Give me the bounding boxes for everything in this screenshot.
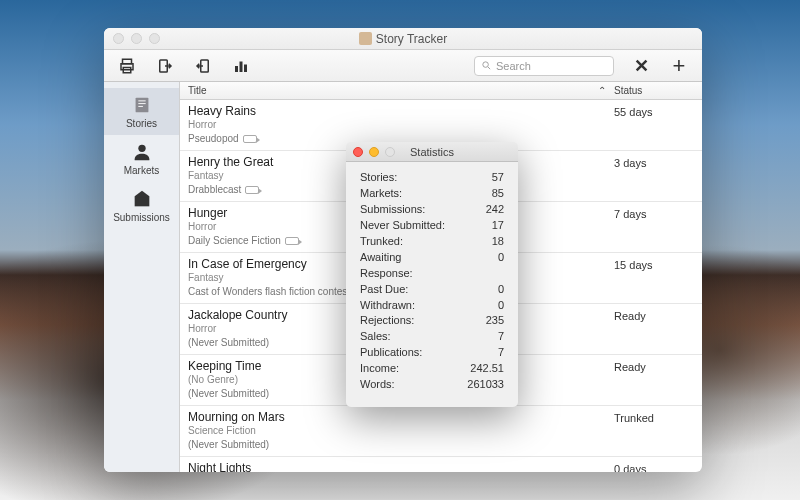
stat-label: Rejections:: [360, 313, 414, 329]
search-input[interactable]: Search: [474, 56, 614, 76]
stat-value: 0: [454, 282, 504, 298]
story-genre: Horror: [188, 119, 614, 130]
stat-label: Never Submitted:: [360, 218, 445, 234]
stat-value: 7: [454, 345, 504, 361]
tag-icon: [243, 135, 257, 143]
table-row[interactable]: Night Lights SF / Horror Pseudopod 0 day…: [180, 457, 702, 472]
stat-value: 57: [454, 170, 504, 186]
svg-point-13: [138, 145, 145, 152]
stats-close-dot[interactable]: [353, 147, 363, 157]
stat-label: Trunked:: [360, 234, 403, 250]
clear-button[interactable]: ✕: [630, 55, 652, 77]
stat-row: Awaiting Response:0: [360, 250, 504, 282]
stat-value: 0: [454, 298, 504, 314]
stat-row: Trunked:18: [360, 234, 504, 250]
story-status: 55 days: [614, 104, 694, 144]
stat-value: 261033: [454, 377, 504, 393]
export-button[interactable]: [154, 55, 176, 77]
stat-row: Submissions:242: [360, 202, 504, 218]
stat-row: Stories:57: [360, 170, 504, 186]
story-status: 0 days: [614, 461, 694, 472]
stat-row: Sales:7: [360, 329, 504, 345]
svg-rect-14: [134, 197, 149, 206]
sidebar-item-submissions[interactable]: Submissions: [104, 182, 179, 229]
story-market: (Never Submitted): [188, 439, 614, 450]
sidebar-item-label: Submissions: [113, 212, 170, 223]
add-button[interactable]: +: [668, 55, 690, 77]
import-button[interactable]: [192, 55, 214, 77]
stat-value: 18: [454, 234, 504, 250]
window-title-text: Story Tracker: [376, 32, 447, 46]
stat-label: Past Due:: [360, 282, 408, 298]
tag-icon: [245, 186, 259, 194]
stat-label: Withdrawn:: [360, 298, 415, 314]
stat-row: Income:242.51: [360, 361, 504, 377]
stats-minimize-dot[interactable]: [369, 147, 379, 157]
markets-icon: [131, 141, 153, 163]
minimize-dot[interactable]: [131, 33, 142, 44]
column-header[interactable]: Title ⌃ Status: [180, 82, 702, 100]
svg-rect-5: [235, 66, 238, 72]
svg-rect-12: [138, 106, 143, 107]
story-genre: Science Fiction: [188, 425, 614, 436]
stat-row: Markets:85: [360, 186, 504, 202]
sidebar-item-label: Markets: [124, 165, 160, 176]
svg-point-8: [483, 62, 489, 68]
svg-rect-10: [138, 100, 145, 101]
stat-label: Sales:: [360, 329, 391, 345]
svg-rect-6: [240, 61, 243, 72]
print-button[interactable]: [116, 55, 138, 77]
zoom-dot[interactable]: [149, 33, 160, 44]
search-placeholder: Search: [496, 60, 531, 72]
stat-label: Submissions:: [360, 202, 425, 218]
stat-value: 17: [454, 218, 504, 234]
stat-row: Withdrawn:0: [360, 298, 504, 314]
stat-label: Markets:: [360, 186, 402, 202]
table-row[interactable]: Mourning on Mars Science Fiction (Never …: [180, 406, 702, 457]
story-title: Mourning on Mars: [188, 410, 614, 424]
stat-row: Publications:7: [360, 345, 504, 361]
titlebar[interactable]: Story Tracker: [104, 28, 702, 50]
traffic-lights: [104, 33, 160, 44]
story-status: 15 days: [614, 257, 694, 297]
stat-value: 235: [454, 313, 504, 329]
sidebar-item-stories[interactable]: Stories: [104, 88, 179, 135]
stats-button[interactable]: [230, 55, 252, 77]
sidebar-item-label: Stories: [126, 118, 157, 129]
sort-indicator: ⌃: [598, 85, 606, 96]
stats-titlebar[interactable]: Statistics: [346, 142, 518, 162]
story-status: 7 days: [614, 206, 694, 246]
tag-icon: [285, 237, 299, 245]
stat-label: Words:: [360, 377, 395, 393]
title-column-label: Title: [188, 85, 207, 96]
svg-rect-9: [135, 98, 148, 113]
stat-row: Never Submitted:17: [360, 218, 504, 234]
sidebar: Stories Markets Submissions: [104, 82, 180, 472]
stat-label: Awaiting Response:: [360, 250, 454, 282]
story-status: 3 days: [614, 155, 694, 195]
toolbar: Search ✕ +: [104, 50, 702, 82]
stat-label: Stories:: [360, 170, 397, 186]
search-icon: [481, 60, 492, 71]
window-title: Story Tracker: [104, 32, 702, 46]
svg-rect-11: [138, 103, 145, 104]
stats-body: Stories:57Markets:85Submissions:242Never…: [346, 162, 518, 407]
close-dot[interactable]: [113, 33, 124, 44]
stat-value: 0: [454, 250, 504, 282]
story-title: Heavy Rains: [188, 104, 614, 118]
stat-value: 242: [454, 202, 504, 218]
sidebar-item-markets[interactable]: Markets: [104, 135, 179, 182]
stat-value: 7: [454, 329, 504, 345]
submissions-icon: [131, 188, 153, 210]
story-title: Night Lights: [188, 461, 614, 472]
stories-icon: [131, 94, 153, 116]
story-status: Ready: [614, 308, 694, 348]
statistics-window: Statistics Stories:57Markets:85Submissio…: [346, 142, 518, 407]
stat-row: Words:261033: [360, 377, 504, 393]
story-status: Trunked: [614, 410, 694, 450]
stat-value: 242.51: [454, 361, 504, 377]
stat-row: Rejections:235: [360, 313, 504, 329]
stat-value: 85: [454, 186, 504, 202]
stat-row: Past Due:0: [360, 282, 504, 298]
stats-zoom-dot[interactable]: [385, 147, 395, 157]
